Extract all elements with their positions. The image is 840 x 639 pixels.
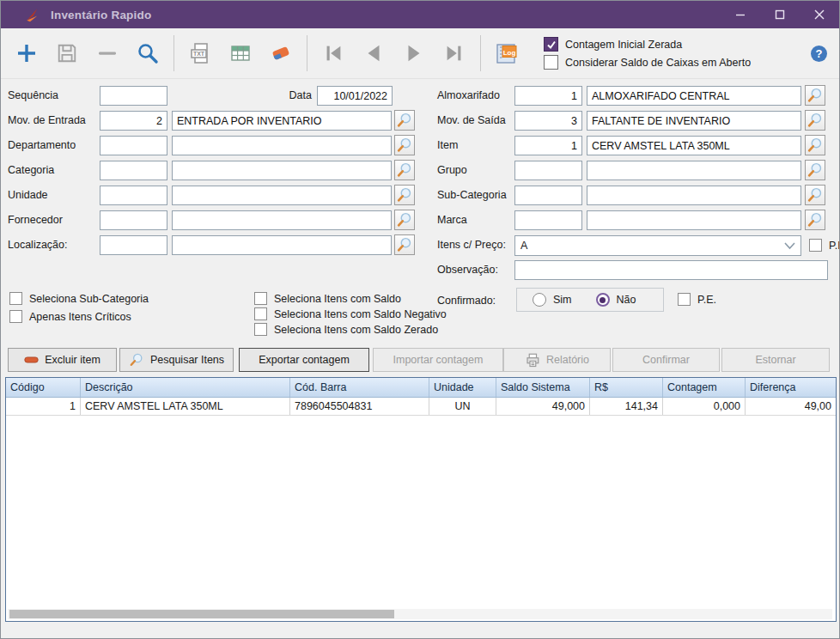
pe-top-checkbox[interactable] <box>809 239 822 252</box>
categoria-code-input[interactable] <box>100 161 167 180</box>
contagem-inicial-zerada-option[interactable]: Contagem Inicial Zerada <box>544 37 751 52</box>
column-header-contagem[interactable]: Contagem <box>663 378 746 397</box>
pe-option-top[interactable]: P.E <box>809 239 840 252</box>
marca-lookup-button[interactable] <box>805 210 825 230</box>
save-button[interactable] <box>52 39 82 68</box>
departamento-code-input[interactable] <box>100 136 167 155</box>
relatorio-button[interactable]: Relatório <box>503 348 611 372</box>
grupo-lookup-button[interactable] <box>805 160 825 180</box>
almoxarifado-code-input[interactable] <box>514 86 582 106</box>
help-button[interactable]: ? <box>811 46 827 62</box>
column-header-saldo-sistema[interactable]: Saldo Sistema <box>496 378 590 397</box>
column-header-rs[interactable]: R$ <box>590 378 663 397</box>
apenas-itens-criticos-option[interactable]: Apenas Itens Críticos <box>9 310 131 323</box>
categoria-lookup-button[interactable] <box>394 160 415 180</box>
column-header-unidade[interactable]: Unidade <box>429 378 496 397</box>
column-header-diferenca[interactable]: Diferença <box>746 378 836 397</box>
pesquisar-itens-button[interactable]: Pesquisar Itens <box>119 348 234 372</box>
grupo-desc-input[interactable] <box>587 161 801 180</box>
horizontal-scrollbar[interactable] <box>8 609 832 619</box>
mov-entrada-desc-input[interactable] <box>172 111 392 131</box>
itens-preco-dropdown[interactable]: A <box>514 235 801 256</box>
mov-entrada-code-input[interactable] <box>100 111 167 131</box>
apenas-itens-criticos-checkbox[interactable] <box>9 310 22 323</box>
seleciona-itens-saldo-option[interactable]: Seleciona Itens com Saldo <box>254 292 401 305</box>
considerar-saldo-caixas-checkbox[interactable] <box>544 55 558 70</box>
mov-entrada-lookup-button[interactable] <box>394 110 415 131</box>
item-lookup-button[interactable] <box>805 135 825 155</box>
unidade-lookup-button[interactable] <box>394 185 415 205</box>
confirmado-sim-radio[interactable] <box>533 293 546 307</box>
almoxarifado-lookup-button[interactable] <box>805 85 825 106</box>
clear-button[interactable] <box>266 39 295 68</box>
fornecedor-code-input[interactable] <box>100 210 167 230</box>
considerar-saldo-caixas-option[interactable]: Considerar Saldo de Caixas em Aberto <box>544 55 751 70</box>
confirmado-nao-radio[interactable] <box>596 293 610 307</box>
contagem-inicial-zerada-checkbox[interactable] <box>544 37 558 52</box>
check-icon <box>546 40 557 50</box>
seleciona-itens-saldo-negativo-checkbox[interactable] <box>254 307 267 320</box>
departamento-lookup-button[interactable] <box>394 135 415 155</box>
unidade-code-input[interactable] <box>100 186 167 205</box>
localizacao-code-input[interactable] <box>100 235 167 255</box>
data-label: Data <box>276 86 312 106</box>
log-button[interactable]: Log <box>492 39 521 68</box>
marca-desc-input[interactable] <box>587 210 801 230</box>
seleciona-itens-saldo-checkbox[interactable] <box>254 292 267 305</box>
item-code-input[interactable] <box>514 136 582 155</box>
close-button[interactable] <box>800 1 839 28</box>
table-row[interactable]: 1 CERV AMSTEL LATA 350ML 7896045504831 U… <box>6 398 836 416</box>
delete-button[interactable] <box>93 39 122 68</box>
mov-saida-desc-input[interactable] <box>587 111 801 131</box>
seleciona-itens-saldo-zerado-option[interactable]: Seleciona Itens com Saldo Zerado <box>254 323 438 336</box>
column-header-descricao[interactable]: Descrição <box>81 378 290 397</box>
grid-view-button[interactable] <box>226 39 255 68</box>
sub-categoria-code-input[interactable] <box>514 186 582 205</box>
nav-next-button[interactable] <box>399 39 429 68</box>
seleciona-sub-categoria-option[interactable]: Seleciona Sub-Categoria <box>9 292 149 305</box>
add-button[interactable] <box>12 39 41 68</box>
importar-contagem-button[interactable]: Importar contagem <box>373 348 503 372</box>
observacao-input[interactable] <box>514 260 828 280</box>
lookup-magnifier-icon <box>396 186 413 204</box>
confirmado-sim-option[interactable]: Sim <box>533 293 572 307</box>
localizacao-lookup-button[interactable] <box>394 234 415 255</box>
mov-saida-code-input[interactable] <box>514 111 582 131</box>
seleciona-itens-saldo-negativo-option[interactable]: Seleciona Itens com Saldo Negativo <box>254 307 447 320</box>
estornar-button[interactable]: Estornar <box>721 348 830 372</box>
exportar-contagem-button[interactable]: Exportar contagem <box>239 348 369 372</box>
unidade-desc-input[interactable] <box>172 186 392 205</box>
fornecedor-desc-input[interactable] <box>172 210 392 230</box>
marca-code-input[interactable] <box>514 210 582 230</box>
seleciona-itens-saldo-zerado-checkbox[interactable] <box>254 323 267 336</box>
categoria-desc-input[interactable] <box>172 161 392 180</box>
almoxarifado-desc-input[interactable] <box>587 86 801 106</box>
pe-bottom-checkbox[interactable] <box>678 293 691 306</box>
confirmado-nao-option[interactable]: Não <box>596 293 636 307</box>
localizacao-desc-input[interactable] <box>172 235 392 255</box>
item-desc-input[interactable] <box>587 136 801 155</box>
sequencia-input[interactable] <box>100 86 167 106</box>
seleciona-sub-categoria-checkbox[interactable] <box>9 292 22 305</box>
departamento-desc-input[interactable] <box>172 136 392 155</box>
export-txt-button[interactable]: TXT <box>186 39 215 68</box>
confirmar-button[interactable]: Confirmar <box>612 348 720 372</box>
column-header-cod-barra[interactable]: Cód. Barra <box>290 378 429 397</box>
minimize-button[interactable] <box>721 1 760 28</box>
nav-first-button[interactable] <box>319 39 348 68</box>
mov-saida-lookup-button[interactable] <box>805 110 825 131</box>
nav-prev-button[interactable] <box>359 39 388 68</box>
nav-last-button[interactable] <box>440 39 469 68</box>
scrollbar-thumb[interactable] <box>9 610 394 618</box>
sub-categoria-lookup-button[interactable] <box>805 185 825 205</box>
search-button[interactable] <box>133 39 162 68</box>
svg-text:TXT: TXT <box>193 51 205 57</box>
pe-option-bottom[interactable]: P.E. <box>678 293 716 306</box>
grupo-code-input[interactable] <box>514 161 582 180</box>
sub-categoria-desc-input[interactable] <box>587 186 801 205</box>
excluir-item-button[interactable]: Excluir item <box>8 348 117 372</box>
data-input[interactable] <box>317 86 393 106</box>
maximize-button[interactable] <box>760 1 800 28</box>
column-header-codigo[interactable]: Código <box>6 378 81 397</box>
fornecedor-lookup-button[interactable] <box>394 210 415 230</box>
